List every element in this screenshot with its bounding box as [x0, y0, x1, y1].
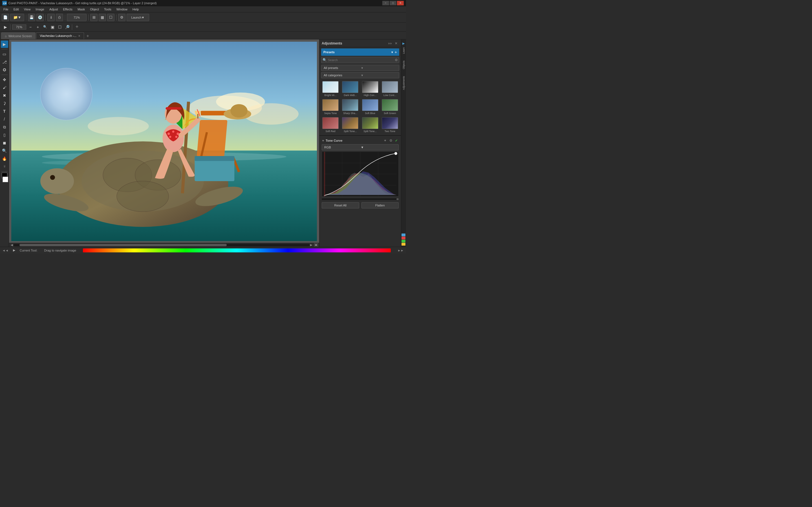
bg-color-swatch[interactable] [3, 177, 8, 182]
color-strip[interactable] [83, 248, 391, 252]
far-right-learn-btn[interactable]: ► [402, 41, 406, 46]
rectangle-select-tool[interactable]: ▭ [1, 50, 8, 58]
clone-tool[interactable]: ⚳ [1, 100, 8, 107]
open-file-btn[interactable]: 📁▼ [10, 14, 24, 21]
zoom-to-fit-small-btn[interactable]: ▦ [314, 243, 318, 247]
tc-channel-selector[interactable]: RGB ▼ [322, 144, 399, 151]
color-swatch-1[interactable] [402, 233, 405, 236]
presets-dropdown-bar[interactable]: Presets ▼ + [321, 48, 399, 56]
pointer-tool[interactable]: ▶ [1, 41, 8, 48]
zoom-100-btn[interactable]: ☐ [57, 24, 63, 30]
export-btn[interactable]: 💿 [36, 14, 44, 21]
preset-item-7[interactable]: Soft Green [380, 99, 399, 115]
shape-tool[interactable]: ▯ [1, 131, 8, 138]
zoom-level-btn[interactable]: 🔍 [42, 24, 48, 30]
wand-tool[interactable]: ✪ [1, 66, 8, 73]
status-arrows-right[interactable]: ►► [398, 249, 404, 252]
menu-edit[interactable]: Edit [11, 7, 21, 11]
menu-image[interactable]: Image [33, 7, 47, 11]
search-input[interactable] [328, 58, 394, 62]
flatten-btn[interactable]: Flatten [361, 202, 399, 209]
tone-curve-collapse-btn[interactable]: ▼ [322, 139, 324, 142]
menu-mask[interactable]: Mask [75, 7, 87, 11]
maximize-btn[interactable]: □ [390, 1, 396, 5]
eyedropper-tool[interactable]: 🔥 [1, 155, 8, 162]
print-btn[interactable]: ⎙ [56, 14, 63, 21]
brush-tool[interactable]: 🖌 [1, 84, 8, 91]
preset-item-5[interactable]: Sharp Sha... [341, 99, 359, 115]
save-btn[interactable]: 💾 [28, 14, 35, 21]
zoom-out2-btn[interactable]: 🔎 [64, 24, 70, 30]
preset-item-10[interactable]: Split Tone... [361, 117, 379, 133]
status-arrows-left[interactable]: ◄◄ [2, 249, 8, 252]
text-tool[interactable]: T [1, 108, 8, 115]
expand-panels-btn[interactable]: »» [388, 41, 393, 46]
all-presets-dropdown[interactable]: All presets ▼ [321, 65, 399, 71]
menu-tools[interactable]: Tools [102, 7, 114, 11]
close-btn[interactable]: ✕ [397, 1, 404, 5]
menu-view[interactable]: View [22, 7, 33, 11]
view-fit-btn[interactable]: ⊞ [90, 14, 98, 21]
scroll-left-btn[interactable]: ◀ [10, 243, 13, 246]
preset-item-4[interactable]: Sepia Tone [321, 99, 340, 115]
reset-all-btn[interactable]: Reset All [322, 202, 359, 209]
preset-item-9[interactable]: Split Tone... [341, 117, 359, 133]
color-swatch-4[interactable] [402, 243, 405, 245]
menu-effects[interactable]: Effects [61, 7, 75, 11]
menu-adjust[interactable]: Adjust [47, 7, 60, 11]
tone-curve-graph[interactable] [322, 152, 399, 196]
preset-item-8[interactable]: Soft Red [321, 117, 340, 133]
crop-tool[interactable]: ⧉ [1, 123, 8, 131]
view-page-btn[interactable]: ▦ [99, 14, 106, 21]
hscroll-thumb[interactable] [19, 244, 227, 246]
tab-welcome[interactable]: ⌂ Welcome Screen [1, 33, 36, 39]
freehand-tool[interactable]: ⎇ [1, 58, 8, 66]
all-categories-dropdown[interactable]: All categories ▼ [321, 72, 399, 78]
tc-hscroll-track[interactable] [322, 198, 399, 200]
color-swatch-2[interactable] [402, 237, 405, 239]
eraser-tool[interactable]: ✖ [1, 92, 8, 99]
zoom-fit-btn[interactable]: ▣ [49, 24, 56, 30]
import-btn[interactable]: ⇓ [47, 14, 55, 21]
add-btn[interactable]: + [74, 24, 80, 30]
zoom-dropdown-btn[interactable]: 71% [67, 14, 87, 21]
zoom-out-btn[interactable]: − [28, 24, 34, 30]
close-adjustments-btn[interactable]: ✕ [394, 41, 399, 46]
tab-close-btn[interactable]: ✕ [78, 34, 80, 38]
view-zoom-btn[interactable]: ☐ [107, 14, 114, 21]
new-file-btn[interactable]: 📄 [2, 14, 9, 21]
settings-btn[interactable]: ⚙ [118, 14, 125, 21]
color-swatch-3[interactable] [402, 240, 405, 242]
zoom-tool[interactable]: 🔍 [1, 147, 8, 154]
search-settings-icon[interactable]: ⚙ [395, 58, 398, 62]
minimize-btn[interactable]: − [382, 1, 389, 5]
add-preset-btn[interactable]: + [395, 50, 397, 54]
tc-hscroll-thumb[interactable] [396, 198, 399, 200]
preset-item-11[interactable]: Two Tone [380, 117, 399, 133]
preset-item-2[interactable]: High Con... [361, 80, 379, 98]
launch-dropdown-btn[interactable]: Launch▼ [126, 14, 149, 21]
far-right-label-objects[interactable]: Objects [402, 61, 405, 69]
tone-curve-settings-btn[interactable]: ⚙ [389, 138, 393, 143]
far-right-label-adjustments[interactable]: Adjustments [402, 76, 405, 90]
preset-item-0[interactable]: Bright Mi... [321, 80, 340, 98]
tab-active-document[interactable]: Viacheslav Lukasevych -... ✕ [36, 33, 84, 39]
move-tool[interactable]: ✥ [1, 76, 8, 83]
canvas-content[interactable] [11, 42, 317, 241]
tone-curve-add-btn[interactable]: ✶ [383, 138, 388, 143]
fill-tool[interactable]: ◼ [1, 139, 8, 147]
scroll-right-btn[interactable]: ▶ [310, 243, 313, 246]
preset-item-1[interactable]: Dark Midt... [341, 80, 359, 98]
preset-item-6[interactable]: Soft Blue [361, 99, 379, 115]
hscroll-track[interactable] [13, 244, 310, 246]
new-tab-btn[interactable]: + [85, 33, 91, 39]
menu-help[interactable]: Help [130, 7, 141, 11]
menu-file[interactable]: File [1, 7, 11, 11]
menu-object[interactable]: Object [88, 7, 101, 11]
menu-window[interactable]: Window [114, 7, 130, 11]
select-tool-btn[interactable]: ▶ [2, 24, 8, 30]
zoom-in-btn[interactable]: + [35, 24, 41, 30]
line-tool[interactable]: / [1, 115, 8, 123]
preset-item-3[interactable]: Low Cont... [380, 80, 399, 98]
pan-tool[interactable]: ⍤ [1, 163, 8, 170]
